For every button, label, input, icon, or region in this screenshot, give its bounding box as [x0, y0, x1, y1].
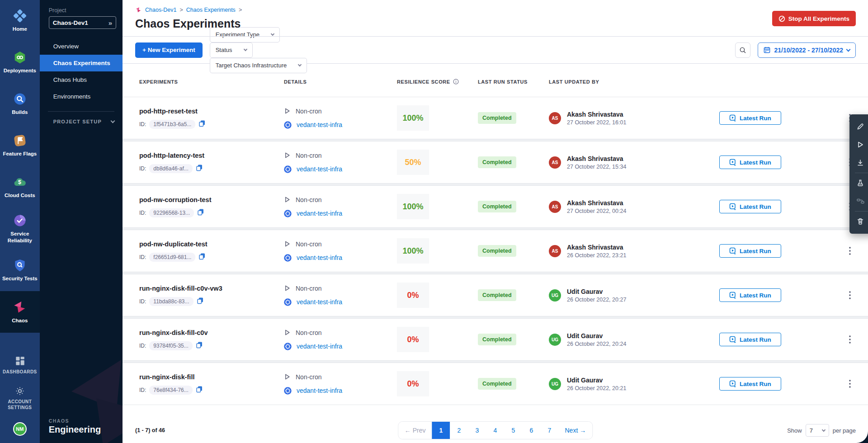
latest-run-button[interactable]: Latest Run [719, 200, 781, 213]
experiment-name[interactable]: pod-nw-duplicate-test [139, 240, 280, 248]
rail-item-cloud-costs[interactable]: $Cloud Costs [0, 166, 40, 208]
user-avatar: AS [549, 245, 561, 257]
user-avatar[interactable]: NM [13, 422, 27, 436]
project-setup-section[interactable]: PROJECT SETUP [40, 112, 123, 124]
page-button-5[interactable]: 5 [505, 422, 523, 439]
infrastructure-link[interactable]: vedant-test-infra [297, 121, 342, 128]
page-button-2[interactable]: 2 [450, 422, 468, 439]
rail-item-account-settings[interactable]: ACCOUNTSETTINGS [0, 380, 40, 416]
rail-item-security-tests[interactable]: Security Tests [0, 250, 40, 291]
latest-run-button[interactable]: Latest Run [719, 244, 781, 258]
latest-run-label: Latest Run [740, 248, 771, 254]
search-button[interactable] [735, 42, 750, 58]
latest-run-button[interactable]: Latest Run [719, 377, 781, 391]
chevron-down-icon [846, 47, 851, 52]
copy-icon [196, 164, 203, 171]
experiment-name[interactable]: pod-http-latency-test [139, 152, 280, 159]
sidebar-item-chaos-hubs[interactable]: Chaos Hubs [40, 71, 123, 88]
latest-run-button[interactable]: Latest Run [719, 333, 781, 346]
rail-spacer [0, 333, 40, 349]
infrastructure-link[interactable]: vedant-test-infra [297, 387, 342, 394]
stop-icon [778, 15, 785, 22]
infrastructure-link[interactable]: vedant-test-infra [297, 254, 342, 261]
id-prefix: ID: [139, 343, 146, 349]
page-button-4[interactable]: 4 [486, 422, 505, 439]
menu-item-add-to-chaos-hub[interactable]: Add to Chaos Hub [849, 174, 868, 192]
row-menu-button[interactable] [844, 289, 856, 301]
rail-item-chaos[interactable]: Chaos [0, 291, 40, 333]
page-size-select[interactable]: 7 [806, 424, 829, 437]
copy-id-button[interactable] [198, 253, 206, 261]
infrastructure-link[interactable]: vedant-test-infra [297, 343, 342, 350]
date-range-picker[interactable]: 21/10/2022 - 27/10/2022 [758, 42, 856, 58]
experiment-type: Non-cron [296, 240, 322, 248]
copy-id-button[interactable] [196, 164, 203, 173]
chevron-down-icon [821, 428, 825, 431]
breadcrumb-experiments-link[interactable]: Chaos Experiments [186, 7, 236, 13]
copy-id-button[interactable] [197, 208, 204, 217]
copy-id-button[interactable] [197, 297, 204, 306]
experiment-id: 93784f05-35... [149, 341, 192, 350]
kubernetes-icon [284, 254, 292, 262]
experiment-name[interactable]: run-nginx-disk-fill [139, 373, 280, 381]
sidebar-item-environments[interactable]: Environments [40, 88, 123, 105]
rail-item-service-reliability[interactable]: Service Reliability [0, 208, 40, 250]
page-button-6[interactable]: 6 [523, 422, 541, 439]
row-menu-button[interactable] [844, 378, 856, 390]
menu-item-edit-experiment[interactable]: Edit Experiment [849, 118, 868, 136]
expand-panel-icon[interactable]: » [108, 19, 112, 27]
infrastructure-link[interactable]: vedant-test-infra [297, 298, 342, 306]
rail-item-label: ACCOUNTSETTINGS [8, 399, 32, 410]
cloud-costs-icon: $ [13, 175, 27, 189]
rail-item-builds[interactable]: Builds [0, 83, 40, 125]
breadcrumb-project-link[interactable]: Chaos-Dev1 [145, 7, 176, 13]
row-menu-button[interactable] [844, 245, 856, 257]
menu-item-delete-experiment[interactable]: Delete Experiment [849, 212, 868, 231]
infrastructure-link[interactable]: vedant-test-infra [297, 165, 342, 173]
filter-label: Status [216, 47, 232, 53]
rail-item-home[interactable]: Home [0, 0, 40, 42]
project-selector[interactable]: » [49, 16, 116, 29]
sidebar-item-chaos-experiments[interactable]: Chaos Experiments [40, 55, 123, 71]
latest-run-icon [729, 336, 736, 343]
experiment-name[interactable]: pod-http-reset-test [139, 108, 280, 115]
filter-status[interactable]: Status [210, 42, 253, 58]
experiment-name[interactable]: pod-nw-corruption-test [139, 196, 280, 203]
infrastructure-link[interactable]: vedant-test-infra [297, 210, 342, 217]
page-button-1[interactable]: 1 [432, 422, 450, 439]
copy-id-button[interactable] [196, 341, 203, 350]
brand-small-label: CHAOS [49, 418, 123, 424]
experiment-name[interactable]: run-nginx-disk-fill-c0v [139, 329, 280, 336]
latest-run-button[interactable]: Latest Run [719, 111, 781, 125]
new-experiment-button[interactable]: + New Experiment [135, 42, 203, 58]
menu-divider [855, 211, 868, 212]
updated-date: 27 October 2022, 15:34 [567, 164, 626, 170]
prev-page-button[interactable]: ← Prev [398, 422, 432, 439]
resilience-score: 100% [397, 194, 429, 219]
experiment-name[interactable]: run-nginx-disk-fill-c0v-vw3 [139, 285, 280, 292]
rail-item-feature-flags[interactable]: Feature Flags [0, 125, 40, 166]
menu-item-run-experiment[interactable]: Run Experiment [849, 136, 868, 154]
page-button-3[interactable]: 3 [468, 422, 486, 439]
stop-all-experiments-button[interactable]: Stop All Experiments [772, 11, 856, 26]
next-page-button[interactable]: Next → [559, 422, 593, 439]
menu-item-add-to-pipeline[interactable]: Add to Pipeline [849, 192, 868, 210]
page-button-7[interactable]: 7 [541, 422, 559, 439]
rail-item-deployments[interactable]: Deployments [0, 42, 40, 83]
sidebar-item-overview[interactable]: Overview [40, 38, 123, 55]
status-badge: Completed [478, 334, 516, 345]
project-name-input[interactable] [53, 19, 98, 26]
copy-id-button[interactable] [198, 120, 206, 128]
copy-id-button[interactable] [196, 386, 203, 394]
latest-run-button[interactable]: Latest Run [719, 288, 781, 302]
resilience-score: 50% [397, 150, 429, 175]
experiment-id: 76e8f434-76... [149, 386, 192, 395]
menu-item-download-experiment[interactable]: Download Experiment [849, 154, 868, 172]
table-row: pod-nw-duplicate-test ID: f26651d9-681..… [123, 230, 868, 272]
user-avatar: AS [549, 156, 561, 169]
row-menu-button[interactable] [844, 334, 856, 345]
rail-item-dashboards[interactable]: DASHBOARDS [0, 349, 40, 380]
kubernetes-icon [284, 210, 292, 217]
latest-run-button[interactable]: Latest Run [719, 156, 781, 169]
copy-icon [198, 120, 206, 127]
